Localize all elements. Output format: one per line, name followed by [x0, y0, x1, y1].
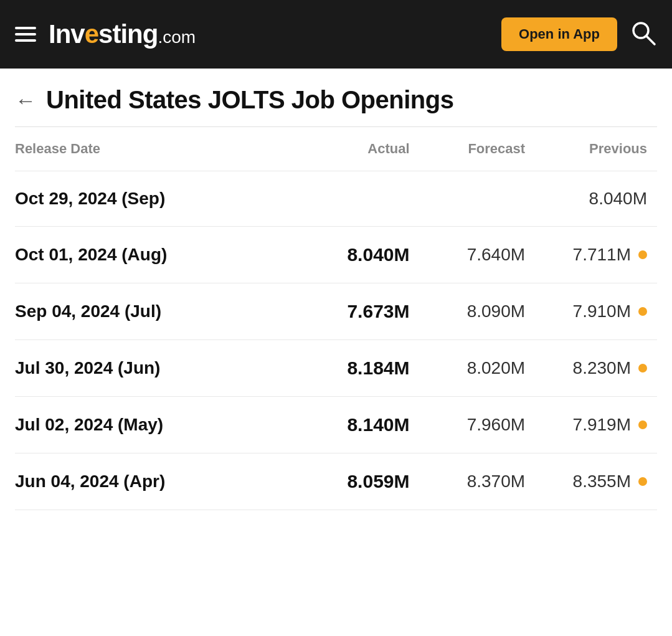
revised-indicator-dot: [638, 250, 647, 259]
cell-forecast: 7.960M: [420, 397, 536, 453]
navbar-right: Open in App: [501, 17, 657, 51]
table-header-row: Release Date Actual Forecast Previous: [15, 127, 657, 171]
revised-indicator-dot: [638, 307, 647, 316]
cell-actual: 8.059M: [304, 453, 420, 510]
hamburger-menu-icon[interactable]: [15, 27, 36, 42]
search-icon[interactable]: [630, 19, 657, 49]
table-row: Jul 30, 2024 (Jun)8.184M8.020M8.230M: [15, 340, 657, 397]
page-title-row: ← United States JOLTS Job Openings: [15, 69, 657, 127]
cell-release-date: Oct 01, 2024 (Aug): [15, 227, 304, 283]
cell-release-date: Jul 30, 2024 (Jun): [15, 340, 304, 397]
col-header-actual: Actual: [304, 127, 420, 171]
table-row: Sep 04, 2024 (Jul)7.673M8.090M7.910M: [15, 283, 657, 340]
back-button[interactable]: ←: [15, 90, 36, 111]
logo-com-text: .com: [158, 27, 196, 47]
col-header-forecast: Forecast: [420, 127, 536, 171]
col-header-release-date: Release Date: [15, 127, 304, 171]
table-row: Jun 04, 2024 (Apr)8.059M8.370M8.355M: [15, 453, 657, 510]
cell-forecast: 8.020M: [420, 340, 536, 397]
revised-indicator-dot: [638, 477, 647, 486]
table-row: Jul 02, 2024 (May)8.140M7.960M7.919M: [15, 397, 657, 453]
open-in-app-button[interactable]: Open in App: [501, 17, 617, 51]
cell-previous: 7.711M: [535, 227, 657, 283]
table-row: Oct 29, 2024 (Sep)8.040M: [15, 171, 657, 227]
cell-actual: 8.140M: [304, 397, 420, 453]
cell-forecast: 7.640M: [420, 227, 536, 283]
cell-actual: 7.673M: [304, 283, 420, 340]
cell-forecast: [420, 171, 536, 227]
cell-previous: 7.919M: [535, 397, 657, 453]
revised-indicator-dot: [638, 364, 647, 373]
navbar-left: Investing .com: [15, 19, 196, 49]
cell-actual: [304, 171, 420, 227]
col-header-previous: Previous: [535, 127, 657, 171]
cell-previous: 8.355M: [535, 453, 657, 510]
cell-forecast: 8.370M: [420, 453, 536, 510]
page-content: ← United States JOLTS Job Openings Relea…: [0, 69, 672, 510]
svg-line-1: [646, 36, 655, 44]
cell-release-date: Oct 29, 2024 (Sep): [15, 171, 304, 227]
revised-indicator-dot: [638, 420, 647, 429]
cell-release-date: Sep 04, 2024 (Jul): [15, 283, 304, 340]
logo[interactable]: Investing .com: [49, 19, 196, 49]
cell-release-date: Jun 04, 2024 (Apr): [15, 453, 304, 510]
page-title: United States JOLTS Job Openings: [46, 86, 453, 114]
navbar: Investing .com Open in App: [0, 0, 672, 69]
cell-previous: 8.230M: [535, 340, 657, 397]
logo-investing-text: Investing: [49, 19, 158, 49]
data-table: Release Date Actual Forecast Previous Oc…: [15, 127, 657, 510]
table-row: Oct 01, 2024 (Aug)8.040M7.640M7.711M: [15, 227, 657, 283]
cell-actual: 8.184M: [304, 340, 420, 397]
cell-actual: 8.040M: [304, 227, 420, 283]
cell-forecast: 8.090M: [420, 283, 536, 340]
cell-release-date: Jul 02, 2024 (May): [15, 397, 304, 453]
cell-previous: 8.040M: [535, 171, 657, 227]
cell-previous: 7.910M: [535, 283, 657, 340]
